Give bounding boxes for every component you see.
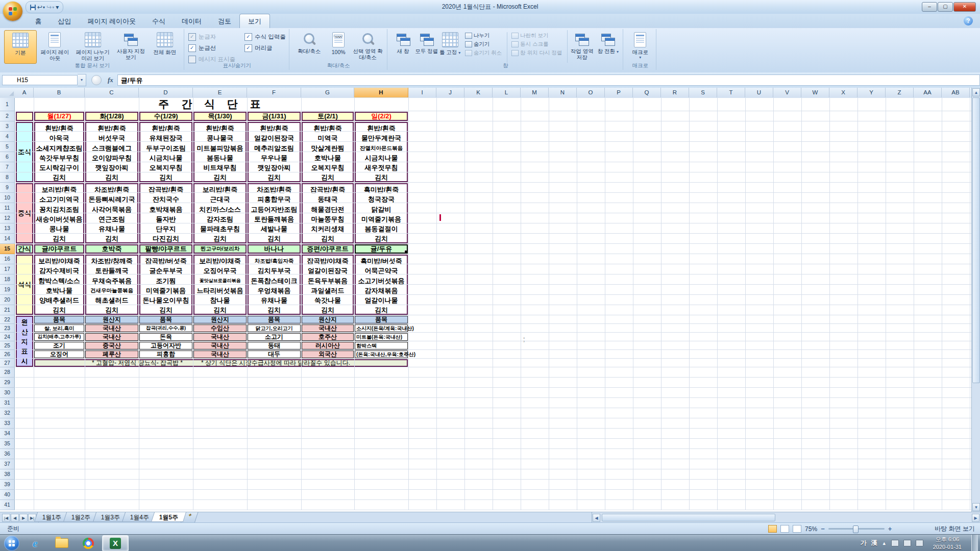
ime-hanja-label[interactable]: 漢	[871, 539, 877, 547]
row-header-1[interactable]: 1	[0, 98, 15, 111]
split-button[interactable]: 나누기	[465, 32, 502, 39]
column-header-K[interactable]: K	[464, 88, 493, 97]
row-header-8[interactable]: 8	[0, 172, 15, 183]
row-header-6[interactable]: 6	[0, 152, 15, 162]
excel-taskbar-icon[interactable]: X	[102, 535, 129, 551]
column-header-N[interactable]: N	[549, 88, 577, 97]
origin-cell[interactable]: 국내산	[193, 333, 247, 341]
row-header-5[interactable]: 5	[0, 142, 15, 152]
start-button[interactable]	[4, 536, 19, 551]
scroll-right-icon[interactable]: ▶	[972, 514, 979, 522]
tray-volume-icon[interactable]	[916, 540, 923, 546]
origin-cell[interactable]: 수입산	[193, 324, 247, 332]
row-header-27[interactable]: 27	[0, 359, 15, 367]
page-break-preview-button[interactable]: 페이지 나누기 미리 보기	[73, 30, 113, 63]
origin-header-cell[interactable]: 원산지	[302, 316, 354, 323]
row-header-29[interactable]: 29	[0, 378, 15, 388]
reset-window-position-button[interactable]: 창 위치 다시 정렬	[511, 49, 562, 57]
origin-cell[interactable]: 국내산	[85, 324, 138, 332]
insert-function-icon[interactable]	[91, 75, 102, 85]
row-header-33[interactable]: 33	[0, 418, 15, 429]
sheet-grid[interactable]: 주 간 식 단 표 월(1/27)화(1/28)수(1/29)목(1/30)금(…	[0, 98, 971, 512]
row-header-26[interactable]: 26	[0, 350, 15, 359]
zoom-button[interactable]: 확대/축소	[293, 30, 325, 63]
column-header-H[interactable]: H	[354, 88, 408, 97]
page-layout-view-icon[interactable]	[780, 525, 789, 533]
row-header-28[interactable]: 28	[0, 367, 15, 378]
column-header-R[interactable]: R	[661, 88, 689, 97]
close-button[interactable]: ✕	[953, 2, 976, 12]
origin-cell[interactable]: 국내산	[85, 333, 138, 341]
sheet-tab-1월5주[interactable]: 1월5주	[151, 512, 187, 522]
snack-cell[interactable]: 바나나	[248, 244, 301, 254]
column-header-L[interactable]: L	[493, 88, 521, 97]
snack-cell[interactable]: 팥빵/야쿠르트	[139, 244, 192, 254]
name-box-dropdown-icon[interactable]: ▾	[78, 74, 86, 86]
day-header[interactable]: 목(1/30)	[193, 112, 247, 121]
ribbon-tab-페이지 레이아웃[interactable]: 페이지 레이아웃	[79, 14, 144, 28]
row-header-39[interactable]: 39	[0, 480, 15, 490]
ribbon-tab-삽입[interactable]: 삽입	[50, 14, 79, 28]
vertical-scroll-thumb[interactable]	[972, 97, 980, 383]
name-box[interactable]: H15	[2, 75, 78, 85]
row-header-32[interactable]: 32	[0, 408, 15, 418]
snack-cell-selected[interactable]: 귤/두유	[355, 244, 408, 254]
origin-cell[interactable]: 국내산	[302, 324, 354, 332]
column-header-E[interactable]: E	[193, 88, 247, 97]
origin-cell[interactable]: 미트볼(돈육:국내산)	[355, 333, 408, 341]
origin-cell[interactable]: 대두	[248, 350, 301, 358]
column-header-AA[interactable]: AA	[914, 88, 942, 97]
column-header-C[interactable]: C	[85, 88, 139, 97]
row-header-20[interactable]: 20	[0, 295, 15, 305]
day-header[interactable]: 일(2/2)	[355, 112, 408, 121]
macros-button[interactable]: 매크로▾	[627, 30, 653, 63]
row-header-18[interactable]: 18	[0, 274, 15, 285]
row-header-22[interactable]: 22	[0, 315, 15, 324]
origin-cell[interactable]: 페루산	[85, 350, 138, 358]
origin-cell[interactable]: 러시아산	[302, 342, 354, 349]
zoom-slider-knob[interactable]	[853, 525, 859, 533]
origin-cell[interactable]: 닭고기,오리고기	[248, 324, 301, 332]
internet-explorer-icon[interactable]: e	[22, 536, 48, 551]
normal-view-button[interactable]: 기본	[4, 30, 37, 64]
column-header-U[interactable]: U	[745, 88, 773, 97]
freeze-panes-button[interactable]: 틀 고정 ▾	[438, 30, 462, 63]
origin-cell[interactable]: 외국산	[302, 350, 354, 358]
custom-views-button[interactable]: 사용자 지정 보기	[115, 30, 146, 63]
row-header-3[interactable]: 3	[0, 121, 15, 132]
origin-header-cell[interactable]: 원산지	[193, 316, 247, 323]
select-all-corner[interactable]	[0, 88, 16, 97]
column-header-D[interactable]: D	[139, 88, 193, 97]
normal-view-icon[interactable]	[768, 525, 777, 533]
help-icon[interactable]: ?	[964, 16, 973, 26]
corner-label-cell[interactable]	[16, 112, 33, 121]
origin-cell[interactable]: (돈육:국내산,우육:호주산)	[355, 350, 408, 358]
formula-input[interactable]: 귤/두유	[117, 74, 980, 86]
ribbon-tab-데이터[interactable]: 데이터	[174, 14, 210, 28]
windows-explorer-icon[interactable]	[49, 536, 75, 551]
row-header-36[interactable]: 36	[0, 449, 15, 459]
origin-cell[interactable]: 김치(배추,고추가루)	[34, 333, 84, 341]
column-header-Z[interactable]: Z	[886, 88, 914, 97]
snack-cell[interactable]: 귤/야쿠르트	[34, 244, 84, 254]
column-header-X[interactable]: X	[829, 88, 857, 97]
column-header-S[interactable]: S	[689, 88, 717, 97]
column-header-A[interactable]: A	[15, 88, 34, 97]
zoom-in-icon[interactable]: +	[888, 525, 892, 533]
origin-cell[interactable]: 오징어	[34, 350, 84, 358]
headings-checkbox[interactable]: ✓머리글	[244, 44, 286, 52]
next-sheet-icon[interactable]: ▶	[19, 514, 28, 522]
scroll-down-icon[interactable]: ▼	[972, 503, 980, 511]
column-header-F[interactable]: F	[247, 88, 301, 97]
row-header-41[interactable]: 41	[0, 500, 15, 510]
ribbon-tab-검토[interactable]: 검토	[210, 14, 239, 28]
show-desktop-button[interactable]	[971, 535, 978, 551]
row-header-34[interactable]: 34	[0, 429, 15, 439]
page-layout-view-button[interactable]: 페이지 레이아웃	[39, 30, 70, 63]
origin-header-cell[interactable]: 품목	[355, 316, 408, 323]
day-header[interactable]: 금(1/31)	[248, 112, 301, 121]
zoom-to-selection-button[interactable]: 선택 영역 확대/축소	[352, 30, 384, 63]
origin-header-cell[interactable]: 품목	[139, 316, 192, 323]
origin-cell[interactable]: 호주산	[302, 333, 354, 341]
origin-cell[interactable]: 소시지(돈육/계육:국내산)	[355, 324, 408, 332]
